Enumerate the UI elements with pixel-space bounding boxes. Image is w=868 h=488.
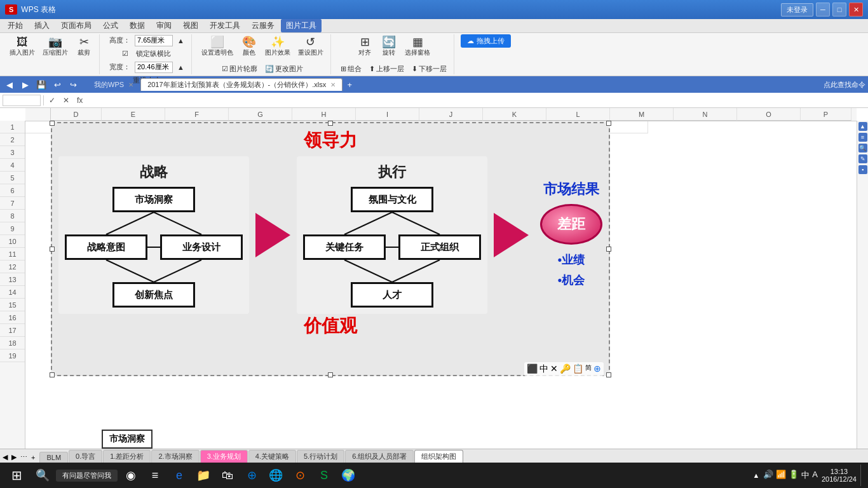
row-9[interactable]: 9 (0, 222, 25, 235)
menu-devtools[interactable]: 开发工具 (205, 19, 245, 32)
qa-undo-button[interactable]: ↩ (50, 78, 64, 92)
menu-start[interactable]: 开始 (3, 19, 28, 32)
tab-mywps[interactable]: 我的WPS ✕ (87, 78, 140, 91)
menu-pictool[interactable]: 图片工具 (281, 19, 322, 32)
sheet-tab-action[interactable]: 5.行动计划 (297, 450, 344, 463)
img-icon-4[interactable]: 🔑 (560, 363, 571, 375)
col-j[interactable]: J (419, 108, 483, 121)
row-5[interactable]: 5 (0, 172, 25, 184)
img-icon-1[interactable]: ⬛ (527, 363, 538, 375)
row-8[interactable]: 8 (0, 210, 25, 222)
row-12[interactable]: 12 (0, 261, 25, 273)
menu-view[interactable]: 视图 (178, 19, 203, 32)
taskbar-up-arrow[interactable]: ▲ (752, 471, 759, 479)
handle-bot-right[interactable] (606, 372, 611, 377)
qa-redo-button[interactable]: ↪ (66, 78, 80, 92)
height-inc-btn[interactable]: ▲ (174, 36, 187, 46)
taskbar-app3[interactable]: 🌍 (337, 464, 359, 486)
img-icon-5[interactable]: 📋 (573, 363, 583, 375)
change-pic-btn[interactable]: 🔄 更改图片 (262, 63, 306, 75)
taskbar-app1[interactable]: ⊙ (289, 464, 311, 486)
clock[interactable]: 13:13 2016/12/24 (822, 468, 857, 483)
img-icon-3[interactable]: ✕ (550, 363, 558, 375)
qa-back-button[interactable]: ◀ (3, 78, 17, 92)
col-n[interactable]: N (674, 108, 737, 121)
row-18[interactable]: 18 (0, 337, 25, 349)
reset-pic-button[interactable]: ↺ 重设图片 (295, 34, 327, 59)
sheet-add[interactable]: + (30, 452, 36, 463)
close-button[interactable]: ✕ (849, 3, 863, 17)
tray-icon-5[interactable]: A (812, 470, 818, 481)
width-inc-btn[interactable]: ▲ (174, 62, 187, 72)
menu-review[interactable]: 审阅 (151, 19, 177, 32)
sheet-nav-next[interactable]: ▶ (10, 452, 18, 463)
handle-top-left[interactable] (50, 121, 55, 126)
formula-check-icon[interactable]: ✓ (46, 96, 58, 105)
start-button[interactable]: ⊞ (4, 464, 29, 486)
insert-pic-button[interactable]: 🖼 插入图片 (6, 34, 38, 59)
row-6[interactable]: 6 (0, 184, 25, 197)
right-panel-btn-4[interactable]: ✎ (858, 154, 867, 163)
qa-forward-button[interactable]: ▶ (18, 78, 32, 92)
sheet-tab-org[interactable]: 6.组织及人员部署 (345, 450, 414, 463)
handle-bot-mid[interactable] (328, 372, 333, 377)
row-11[interactable]: 11 (0, 248, 25, 261)
row-19[interactable]: 19 (0, 349, 25, 362)
col-f[interactable]: F (165, 108, 229, 121)
diagram-image[interactable]: 领导力 战略 市场洞察 (51, 122, 610, 376)
color-button[interactable]: 🎨 颜色 (238, 34, 261, 59)
taskbar-tasklist[interactable]: ≡ (144, 464, 166, 486)
tab-file-close[interactable]: ✕ (330, 81, 336, 88)
col-o[interactable]: O (737, 108, 801, 121)
row-15[interactable]: 15 (0, 299, 25, 311)
img-icon-simple[interactable]: 简 (585, 363, 592, 375)
sheet-more[interactable]: ⋯ (19, 452, 29, 463)
taskbar-cortana[interactable]: ◉ (120, 464, 142, 486)
select-pane-button[interactable]: ▦ 选择窗格 (402, 34, 433, 59)
minimize-button[interactable]: ─ (816, 3, 830, 17)
height-input[interactable] (135, 35, 173, 46)
col-d[interactable]: D (51, 108, 102, 121)
menu-insert[interactable]: 插入 (29, 19, 55, 32)
taskbar-edge[interactable]: e (168, 464, 190, 486)
row-16[interactable]: 16 (0, 311, 25, 324)
sheet-nav-prev[interactable]: ◀ (1, 452, 9, 463)
col-g[interactable]: G (229, 108, 292, 121)
row-4[interactable]: 4 (0, 159, 25, 172)
up-layer-btn[interactable]: ⬆ 上移一层 (366, 63, 407, 75)
right-panel-btn-1[interactable]: ▲ (858, 122, 867, 131)
compress-pic-button[interactable]: 📷 压缩图片 (39, 34, 71, 59)
show-desktop-btn[interactable] (860, 464, 864, 486)
width-input[interactable] (135, 62, 173, 73)
right-panel-btn-3[interactable]: 🔍 (858, 144, 867, 152)
handle-top-mid[interactable] (328, 121, 333, 126)
menu-cloud[interactable]: 云服务 (247, 19, 280, 32)
img-icon-refresh[interactable]: ⊕ (593, 363, 601, 375)
sheet-tab-gap[interactable]: 1.差距分析 (103, 450, 151, 463)
formula-input[interactable] (88, 95, 865, 105)
col-h[interactable]: H (292, 108, 356, 121)
col-i[interactable]: I (356, 108, 419, 121)
handle-bot-left[interactable] (50, 372, 55, 377)
lock-ratio-checkbox[interactable]: ☑ (119, 48, 132, 59)
taskbar-search-box[interactable]: 有问题尽管问我 (56, 470, 118, 482)
pic-border-btn[interactable]: ☑ 图片轮廓 (219, 63, 261, 75)
row-2[interactable]: 2 (0, 133, 25, 146)
col-k[interactable]: K (483, 108, 546, 121)
qa-save-button[interactable]: 💾 (34, 78, 48, 92)
row-17[interactable]: 17 (0, 324, 25, 337)
taskbar-ie[interactable]: ⊕ (241, 464, 262, 486)
upload-button[interactable]: ☁ 拖拽上传 (461, 34, 511, 48)
row-1[interactable]: 1 (0, 121, 25, 133)
tray-icon-3[interactable]: 🔋 (789, 470, 799, 481)
tab-file[interactable]: 2017年新迷计划预算表（业务规划表）-（分销伙伴）.xlsx ✕ (140, 78, 342, 91)
sheet-tab-strategy[interactable]: 4.关键策略 (248, 450, 296, 463)
tray-icon-2[interactable]: 📶 (776, 470, 786, 481)
row-3[interactable]: 3 (0, 146, 25, 159)
down-layer-btn[interactable]: ⬇ 下移一层 (409, 63, 450, 75)
tab-mywps-close[interactable]: ✕ (128, 81, 133, 88)
rotate-button[interactable]: 🔄 旋转 (377, 34, 400, 59)
tray-icon-1[interactable]: 🔊 (763, 470, 773, 481)
sheet-tab-orgchart[interactable]: 组织架构图 (414, 450, 463, 463)
taskbar-app2[interactable]: S (313, 464, 335, 486)
